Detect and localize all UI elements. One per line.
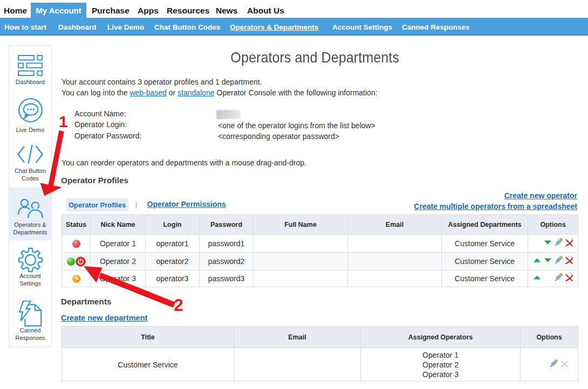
svg-text:2: 2 xyxy=(174,295,183,315)
svg-text:1: 1 xyxy=(59,113,68,130)
